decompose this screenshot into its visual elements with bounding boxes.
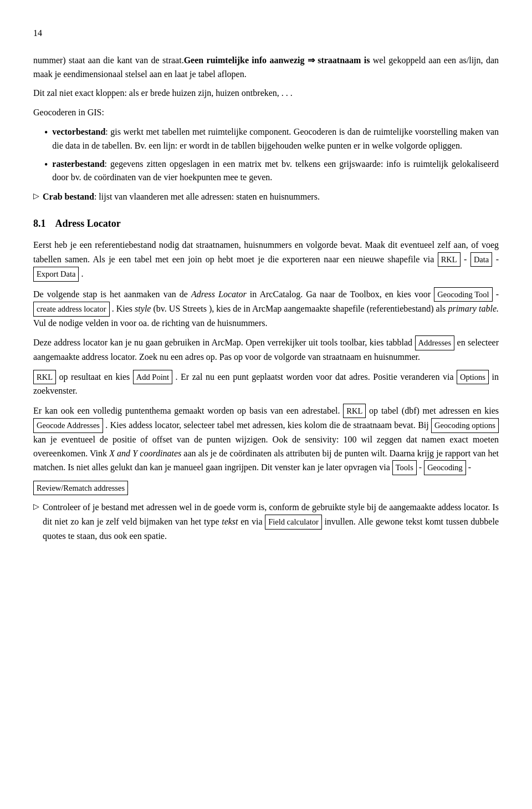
box-rkl-2: RKL: [33, 370, 56, 384]
term-rasterbestand: rasterbestand: [52, 159, 104, 169]
box-geocoding: Geocoding: [424, 460, 466, 475]
triangle-icon: ▷: [33, 190, 39, 202]
box-options: Options: [457, 370, 489, 384]
controleer-text: Controleer of je bestand met adressen we…: [43, 501, 499, 543]
section-81-p2: De volgende stap is het aanmaken van de …: [33, 287, 499, 330]
page-number: 14: [33, 27, 499, 40]
section-81-p3: Deze address locator kan je nu gaan gebr…: [33, 335, 499, 364]
box-geocoding-tool: Geocoding Tool: [434, 287, 492, 302]
crab-item: ▷ Crab bestand: lijst van vlaanderen met…: [33, 190, 499, 204]
triangle-icon-2: ▷: [33, 501, 39, 513]
italic-adress-locator: Adress Locator: [191, 289, 247, 299]
box-data: Data: [470, 252, 492, 267]
paragraph-2: Dit zal niet exact kloppen: als er brede…: [33, 87, 499, 100]
italic-primary-table: primary table.: [448, 304, 499, 313]
bullet-list: • vectorbestand: gis werkt met tabellen …: [44, 125, 499, 185]
section-81-p4: RKL op resultaat en kies Add Point . Er …: [33, 370, 499, 398]
italic-tekst: tekst: [222, 517, 238, 526]
crab-label: Crab bestand: [43, 192, 94, 201]
list-item-rasterbestand: • rasterbestand: gegevens zitten opgesla…: [44, 157, 499, 185]
box-addresses: Addresses: [415, 335, 455, 350]
section-81-p1: Eerst heb je een referentiebestand nodig…: [33, 238, 499, 282]
paragraph-1: nummer) staat aan die kant van de straat…: [33, 54, 499, 82]
box-geocode-addresses: Geocode Addresses: [33, 418, 103, 433]
bullet-text-1: vectorbestand: gis werkt met tabellen me…: [52, 125, 499, 153]
bullet-dot-2: •: [44, 157, 48, 172]
box-review-rematch: Review/Rematch addresses: [33, 481, 128, 495]
box-export-data: Export Data: [33, 267, 79, 281]
box-geocoding-options: Geocoding options: [431, 418, 499, 433]
box-tools: Tools: [392, 460, 417, 475]
box-field-calculator: Field calculator: [265, 515, 322, 529]
page: 14 nummer) staat aan die kant van de str…: [0, 0, 532, 809]
italic-style: style: [135, 304, 151, 313]
section-81-heading: 8.1 Adress Locator: [33, 216, 499, 232]
section-81-p5: Er kan ook een volledig puntenthema gema…: [33, 404, 499, 475]
bullet-dot-1: •: [44, 125, 48, 140]
controleer-item: ▷ Controleer of je bestand met adressen …: [33, 501, 499, 543]
bullet-text-2: rasterbestand: gegevens zitten opgeslage…: [52, 157, 499, 185]
paragraph-3: Geocoderen in GIS:: [33, 106, 499, 120]
list-item-vectorbestand: • vectorbestand: gis werkt met tabellen …: [44, 125, 499, 153]
term-vectorbestand: vectorbestand: [52, 127, 105, 136]
box-create-address-locator: create address locator: [33, 302, 110, 316]
box-rkl-3: RKL: [343, 404, 366, 418]
box-rkl-1: RKL: [438, 252, 461, 267]
section-81-p5c: Review/Rematch addresses: [33, 481, 499, 495]
italic-xy-coordinates: X and Y coordinates: [109, 449, 181, 458]
box-add-point: Add Point: [133, 370, 172, 384]
crab-text: Crab bestand: lijst van vlaanderen met a…: [43, 190, 499, 204]
